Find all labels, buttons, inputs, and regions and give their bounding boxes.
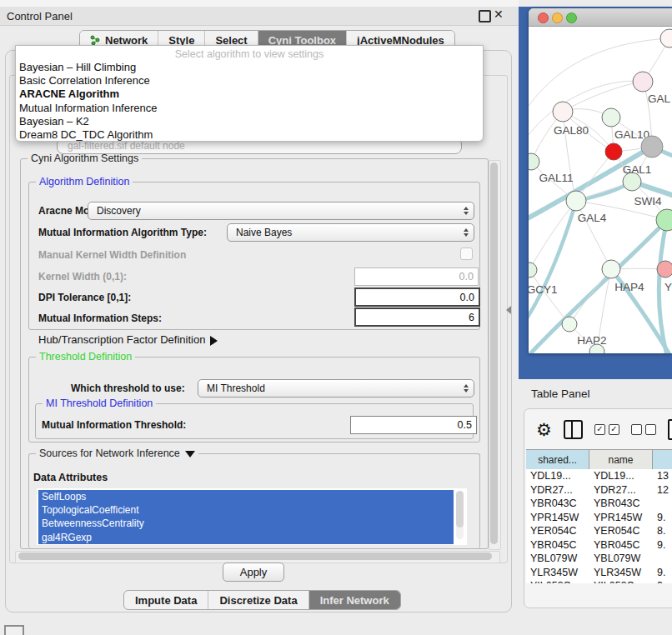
tab-impute-data[interactable]: Impute Data — [124, 591, 208, 609]
panel-collapse-arrow[interactable] — [506, 306, 511, 314]
column-layout-icon[interactable] — [564, 420, 583, 439]
aracne-mode-combo[interactable]: Discovery — [88, 202, 474, 220]
algorithm-dropdown-popup: Select algorithm to view settings Bayesi… — [15, 45, 484, 142]
table-cell: YIL053C — [589, 579, 653, 583]
zoom-traffic-light-icon[interactable] — [566, 12, 577, 23]
column-header-partial[interactable] — [653, 450, 672, 469]
table-row[interactable]: YBR045CYBR045C9. — [526, 538, 672, 552]
table-row[interactable]: YIL053CYIL053C9 — [526, 579, 672, 583]
algorithm-option[interactable]: Bayesian – K2 — [19, 115, 479, 128]
hub-definition-toggle[interactable]: Hub/Transcription Factor Definition — [38, 333, 218, 346]
mi-type-combo[interactable]: Naive Bayes — [227, 223, 474, 242]
algorithm-option[interactable]: Bayesian – Hill Climbing — [19, 61, 479, 74]
mi-steps-label: Mutual Information Steps: — [38, 312, 162, 324]
network-node-gal80[interactable] — [553, 102, 573, 122]
network-window[interactable]: GALGAL80GAL10GAL1GAL11GAL4SWI4HAP4YGCY1H… — [529, 8, 672, 353]
screen: { "control_panel": { "title": "Control P… — [0, 0, 672, 635]
algorithm-option[interactable]: Dream8 DC_TDC Algorithm — [19, 128, 479, 142]
network-canvas[interactable]: GALGAL80GAL10GAL1GAL11GAL4SWI4HAP4YGCY1H… — [529, 27, 672, 353]
attribute-item[interactable]: BetweennessCentrality — [38, 517, 454, 530]
network-node-gray-node[interactable] — [641, 136, 663, 158]
table-cell: YDR27... — [589, 483, 653, 498]
which-threshold-combo[interactable]: MI Threshold — [198, 379, 474, 398]
kernel-width-input[interactable]: 0.0 — [354, 268, 479, 286]
algorithm-option[interactable]: Mutual Information Inference — [19, 102, 479, 115]
table-cell: 9. — [653, 538, 672, 552]
network-node-red-node[interactable] — [605, 143, 622, 160]
network-window-titlebar[interactable] — [529, 8, 672, 27]
node-label-gal-pink: GAL — [648, 92, 671, 105]
attribute-item[interactable]: SelfLoops — [38, 490, 454, 503]
minimize-traffic-light-icon[interactable] — [552, 12, 563, 23]
table-row[interactable]: YDL19...YDL19...13 — [526, 469, 672, 483]
gear-icon[interactable]: ⚙ — [536, 421, 552, 438]
network-node-hap4[interactable] — [602, 260, 620, 278]
deselect-all-icon[interactable] — [631, 424, 656, 435]
data-attributes-label: Data Attributes — [33, 472, 108, 483]
document-icon[interactable] — [668, 419, 672, 440]
manual-kernel-checkbox[interactable] — [460, 248, 473, 260]
mi-threshold-title: MI Threshold Definition — [43, 398, 156, 409]
network-node-gal10[interactable] — [602, 108, 620, 127]
threshold-definition-title: Threshold Definition — [36, 351, 135, 362]
network-node-hap2[interactable] — [562, 317, 577, 332]
tab-discretize-data[interactable]: Discretize Data — [208, 591, 308, 609]
float-window-button[interactable] — [479, 10, 491, 22]
network-graph: GALGAL80GAL10GAL1GAL11GAL4SWI4HAP4YGCY1H… — [529, 27, 672, 353]
table-rows: YDL19...YDL19...13YDR27...YDR27...12YBR0… — [526, 469, 672, 583]
table-row[interactable]: YER054CYER054C8. — [526, 524, 672, 538]
table-panel-title: Table Panel — [531, 388, 590, 400]
data-attributes-list[interactable]: SelfLoopsTopologicalCoefficientBetweenne… — [37, 488, 467, 545]
attribute-item[interactable]: gal4RGexp — [38, 531, 454, 544]
column-header-shared-name[interactable]: shared... — [526, 450, 589, 469]
table-cell: YBR043C — [526, 497, 589, 511]
collapsed-arrow-icon — [210, 336, 218, 346]
apply-button[interactable]: Apply — [223, 562, 284, 582]
hub-definition-label: Hub/Transcription Factor Definition — [38, 333, 205, 346]
settings-horizontal-scrollbar[interactable] — [15, 551, 500, 563]
node-label-gal11: GAL11 — [539, 172, 573, 184]
attributes-scrollbar[interactable] — [456, 491, 464, 539]
table-row[interactable]: YBR043CYBR043C — [526, 497, 672, 511]
algorithm-option[interactable]: ARACNE Algorithm — [19, 88, 479, 101]
minimized-panel-icon[interactable] — [4, 625, 24, 635]
table-cell: YER054C — [589, 524, 653, 538]
table-cell: YDR27... — [526, 483, 589, 498]
mi-type-label: Mutual Information Algorithm Type: — [38, 227, 207, 238]
sources-title-label: Sources for Network Inference — [39, 448, 180, 459]
table-cell: 12 — [653, 483, 672, 498]
node-label-gal1: GAL1 — [623, 163, 652, 176]
tab-discretize-data-label: Discretize Data — [219, 594, 297, 607]
table-cell — [653, 552, 672, 566]
table-cell: YPR145W — [589, 511, 653, 525]
table-row[interactable]: YBL079WYBL079W — [526, 552, 672, 566]
network-node-gcy1[interactable] — [529, 262, 537, 278]
mi-threshold-input[interactable]: 0.5 — [350, 416, 477, 434]
column-header-name[interactable]: name — [589, 450, 653, 469]
table-cell: YER054C — [526, 524, 589, 538]
close-traffic-light-icon[interactable] — [538, 12, 549, 23]
manual-kernel-label: Manual Kernel Width Definition — [38, 249, 186, 261]
sources-title[interactable]: Sources for Network Inference — [36, 448, 198, 459]
network-node-gal11[interactable] — [529, 153, 539, 170]
attribute-item[interactable]: TopologicalCoefficient — [38, 503, 454, 517]
node-label-gal80: GAL80 — [554, 124, 589, 137]
table-cell: 13 — [653, 469, 672, 483]
table-row[interactable]: YPR145WYPR145W9. — [526, 511, 672, 525]
tab-impute-data-label: Impute Data — [135, 594, 197, 607]
network-node-pink-y[interactable] — [657, 261, 672, 278]
network-node-gal-pink[interactable] — [633, 72, 653, 92]
algorithm-definition-title: Algorithm Definition — [36, 176, 133, 188]
tab-infer-network[interactable]: Infer Network — [309, 591, 400, 609]
mi-steps-input[interactable]: 6 — [354, 308, 480, 327]
table-cell: YBR045C — [526, 538, 589, 552]
network-node-gal4[interactable] — [566, 191, 586, 211]
table-row[interactable]: YLR345WYLR345W9. — [526, 566, 672, 580]
close-icon[interactable]: ✕ — [494, 8, 504, 21]
settings-vertical-scrollbar[interactable] — [489, 160, 501, 550]
algorithm-option[interactable]: Basic Correlation Inference — [19, 74, 479, 88]
select-all-icon[interactable]: ✓✓ — [594, 424, 619, 435]
dpi-tolerance-input[interactable]: 0.0 — [354, 288, 480, 307]
network-node-top-partial[interactable] — [660, 29, 672, 48]
table-row[interactable]: YDR27...YDR27...12 — [526, 483, 672, 498]
